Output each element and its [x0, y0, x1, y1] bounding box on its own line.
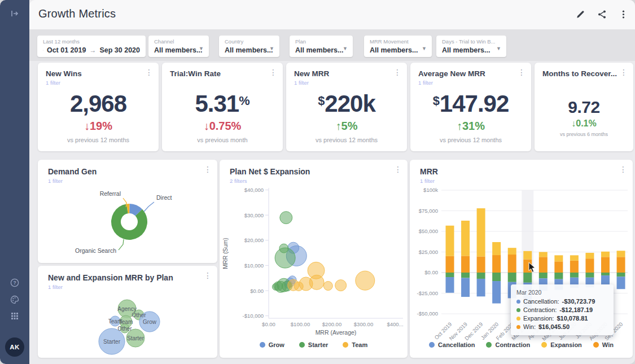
- sidebar: ? AK: [0, 0, 29, 364]
- bar-segment-contraction[interactable]: [554, 273, 563, 279]
- bar-segment-cancellation[interactable]: [477, 279, 485, 296]
- y-tick-label: -$25,000: [417, 290, 438, 296]
- kpi-title: New Wins: [46, 69, 82, 78]
- date-range-filter[interactable]: Last 12 months Oct 01 2019 → Sep 30 2020: [37, 36, 146, 57]
- bar-segment-expansion[interactable]: [554, 255, 563, 261]
- bar-segment-win[interactable]: [617, 257, 625, 273]
- legend-item-starter[interactable]: Starter: [299, 341, 328, 348]
- bar-segment-cancellation[interactable]: [492, 281, 501, 304]
- bar-segment-contraction[interactable]: [508, 273, 516, 282]
- chart-filter-label: 1 filter: [48, 284, 63, 290]
- legend-item-grow[interactable]: Grow: [260, 341, 284, 348]
- bubble-team[interactable]: [356, 271, 375, 290]
- bar-segment-win[interactable]: [539, 257, 548, 273]
- date-arrow-icon: →: [89, 46, 96, 54]
- bar-segment-expansion[interactable]: [601, 252, 610, 257]
- user-avatar[interactable]: AK: [5, 337, 24, 357]
- expand-sidebar-icon[interactable]: [10, 9, 19, 18]
- legend-item-team[interactable]: Team: [343, 341, 367, 348]
- bar-segment-contraction[interactable]: [477, 273, 485, 279]
- card-menu-icon[interactable]: ⋮: [269, 68, 277, 76]
- bar-segment-win[interactable]: [508, 255, 516, 273]
- bar-segment-win[interactable]: [554, 261, 563, 273]
- bubble-team[interactable]: [335, 280, 347, 291]
- legend-item-win[interactable]: Win: [593, 341, 614, 348]
- palette-icon[interactable]: [10, 295, 19, 304]
- y-tick-label: $0.00: [424, 269, 438, 275]
- bar-segment-expansion[interactable]: [570, 255, 579, 260]
- bar-segment-win[interactable]: [570, 261, 579, 273]
- legend-item-cancellation[interactable]: Cancellation: [429, 341, 475, 348]
- bar-segment-contraction[interactable]: [461, 273, 470, 278]
- share-icon[interactable]: [597, 10, 607, 19]
- chart-filter-label: 1 filter: [48, 178, 63, 184]
- x-tick-label: $100.00: [291, 321, 310, 327]
- kpi-title: New MRR: [294, 69, 329, 78]
- channel-filter[interactable]: Channel All members... ▼: [148, 36, 209, 57]
- bar-segment-expansion[interactable]: [446, 226, 454, 256]
- bubble-label: Grow: [143, 319, 157, 325]
- card-menu-icon[interactable]: ⋮: [620, 68, 628, 76]
- bar-segment-expansion[interactable]: [617, 251, 625, 257]
- card-menu-icon[interactable]: ⋮: [204, 271, 212, 279]
- bar-segment-contraction[interactable]: [523, 273, 532, 283]
- bar-segment-contraction[interactable]: [585, 273, 594, 278]
- card-menu-icon[interactable]: ⋮: [394, 165, 402, 173]
- kpi-filter-label: 1 filter: [294, 80, 309, 86]
- bar-segment-cancellation[interactable]: [461, 278, 470, 297]
- y-axis-title: MRR (Sum): [222, 238, 229, 269]
- card-menu-icon[interactable]: ⋮: [204, 165, 212, 173]
- x-tick-label: $300.00: [354, 321, 373, 327]
- help-icon[interactable]: ?: [10, 278, 19, 287]
- kpi-card-new-wins: New Wins 1 filter ⋮ 2,968 ↓19% vs previo…: [38, 63, 159, 151]
- bar-segment-cancellation[interactable]: [601, 275, 610, 284]
- x-tick-label: $0.00: [262, 321, 275, 327]
- filter-value: All members...: [225, 46, 274, 54]
- x-tick-label: $400...: [387, 321, 403, 327]
- label-leader-line: [144, 202, 154, 212]
- bar-segment-expansion[interactable]: [477, 208, 485, 256]
- bubble-team[interactable]: [309, 275, 324, 290]
- edit-icon[interactable]: [576, 10, 585, 19]
- card-menu-icon[interactable]: ⋮: [145, 68, 153, 76]
- bar-segment-win[interactable]: [585, 258, 594, 273]
- bar-segment-expansion[interactable]: [461, 221, 470, 256]
- bubble-starter[interactable]: [275, 248, 295, 268]
- plan-filter[interactable]: Plan All members... ▼: [290, 36, 353, 57]
- legend-item-contraction[interactable]: Contraction: [486, 341, 530, 348]
- bar-segment-win[interactable]: [601, 257, 610, 273]
- bar-segment-cancellation[interactable]: [446, 277, 454, 293]
- bar-segment-expansion[interactable]: [539, 252, 548, 257]
- card-menu-icon[interactable]: ⋮: [393, 68, 401, 76]
- bar-segment-win[interactable]: [477, 256, 485, 273]
- bar-segment-win[interactable]: [461, 256, 470, 273]
- kpi-filter-label: 1 filter: [46, 80, 60, 86]
- bar-segment-contraction[interactable]: [570, 273, 579, 278]
- card-menu-icon[interactable]: ⋮: [619, 165, 627, 173]
- bar-segment-win[interactable]: [446, 256, 454, 273]
- mrr-movement-filter[interactable]: MRR Movement All members... ▼: [364, 36, 432, 57]
- bar-segment-contraction[interactable]: [617, 273, 625, 277]
- country-filter[interactable]: Country All members... ▼: [219, 36, 279, 57]
- bubble-team[interactable]: [323, 282, 332, 291]
- apps-grid-icon[interactable]: [10, 312, 19, 321]
- bar-segment-win[interactable]: [492, 255, 501, 273]
- bar-segment-cancellation[interactable]: [617, 277, 625, 289]
- bar-segment-contraction[interactable]: [539, 273, 548, 278]
- bar-segment-contraction[interactable]: [446, 273, 454, 277]
- bar-segment-contraction[interactable]: [492, 273, 501, 281]
- bar-segment-contraction[interactable]: [601, 273, 610, 275]
- legend-item-expansion[interactable]: Expansion: [541, 341, 582, 348]
- legend-dot: [541, 342, 547, 348]
- more-menu-icon[interactable]: [619, 10, 628, 19]
- bar-segment-expansion[interactable]: [508, 248, 516, 255]
- chart-card-mrr-by-plan: AgencyOtherTeamTeamGrowOtherStarterStart…: [38, 266, 217, 358]
- days-trial-filter[interactable]: Days - Trial to Win B... All members... …: [436, 36, 506, 57]
- bar-segment-expansion[interactable]: [492, 242, 501, 255]
- bar-segment-expansion[interactable]: [523, 251, 532, 260]
- tooltip-row: Expansion:$10,078.81: [516, 315, 608, 322]
- bubble-starter[interactable]: [280, 212, 292, 224]
- slice-label: Referral: [100, 190, 121, 197]
- bar-segment-expansion[interactable]: [585, 253, 594, 258]
- card-menu-icon[interactable]: ⋮: [518, 68, 525, 76]
